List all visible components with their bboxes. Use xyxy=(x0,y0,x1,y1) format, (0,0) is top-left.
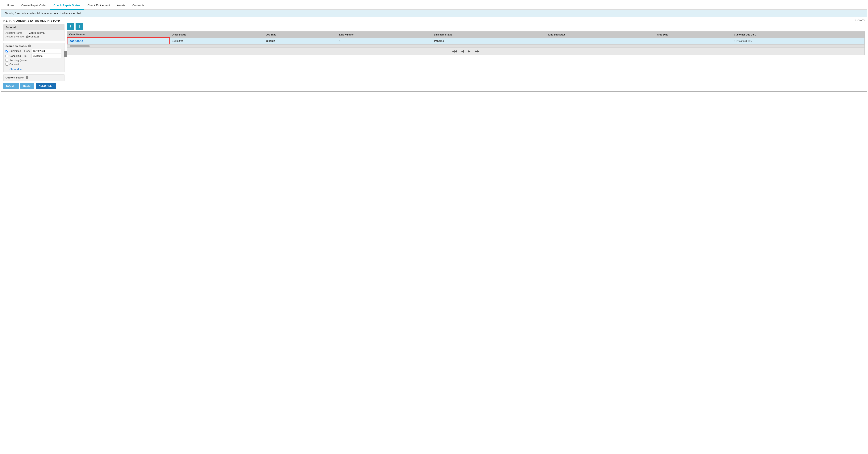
checkbox-pending-quote[interactable] xyxy=(5,59,8,62)
table-row[interactable]: XXXXXXXXSubmittedBillable1Pending11/26/2… xyxy=(67,38,864,44)
nav-bar: HomeCreate Repair OrderCheck Repair Stat… xyxy=(1,1,867,10)
order-number-cell[interactable]: XXXXXXXX xyxy=(67,38,169,44)
account-number-label: Account Number i xyxy=(5,35,29,38)
to-date-input[interactable] xyxy=(32,54,61,58)
toolbar: ⬇ ❘❘❘ xyxy=(67,23,865,30)
checkbox-on-hold-row: On Hold xyxy=(5,63,62,66)
nav-item-check-repair-status[interactable]: Check Repair Status xyxy=(50,1,84,10)
col-ship-date: Ship Date xyxy=(655,32,732,38)
account-box: Account Account Name Zebra Internal Acco… xyxy=(3,24,64,41)
from-label: From xyxy=(24,50,32,53)
results-table: Order Number Order Status Job Type Line … xyxy=(67,32,864,44)
order-status-cell: Submitted xyxy=(169,38,264,44)
line-item-status-cell: Pending xyxy=(432,38,546,44)
checkbox-on-hold-label: On Hold xyxy=(9,63,19,66)
custom-search-box: Custom Search i xyxy=(3,74,64,81)
reset-button[interactable]: RESET xyxy=(20,83,34,89)
line-substatus-cell xyxy=(546,38,655,44)
col-job-type: Job Type xyxy=(264,32,337,38)
record-count: 1 - 3 of 3 xyxy=(855,19,865,22)
checkbox-submitted[interactable] xyxy=(5,50,8,53)
checkbox-cancelled-row: Cancelled To xyxy=(5,54,62,58)
prev-page-button[interactable]: ◀ xyxy=(460,49,465,54)
account-box-header: Account xyxy=(4,25,64,30)
from-date-input[interactable] xyxy=(32,49,61,53)
custom-search-info-icon[interactable]: i xyxy=(26,76,28,79)
line-number-cell: 1 xyxy=(337,38,432,44)
nav-item-create-repair-order[interactable]: Create Repair Order xyxy=(18,1,50,10)
nav-item-check-entitlement[interactable]: Check Entitlement xyxy=(84,1,114,10)
download-icon: ⬇ xyxy=(69,25,72,28)
col-order-number: Order Number xyxy=(67,32,169,38)
col-line-number: Line Number xyxy=(337,32,432,38)
collapse-panel-button[interactable]: ‹ xyxy=(64,51,67,57)
nav-item-home[interactable]: Home xyxy=(3,1,18,10)
job-type-cell: Billable xyxy=(264,38,337,44)
col-order-status: Order Status xyxy=(169,32,264,38)
checkbox-cancelled-label: Cancelled xyxy=(9,55,21,57)
first-page-button[interactable]: ◀◀ xyxy=(451,49,458,54)
col-line-item-status: Line Item Status xyxy=(432,32,546,38)
section-title: REPAIR ORDER STATUS AND HISTORY xyxy=(3,19,64,22)
last-page-button[interactable]: ▶▶ xyxy=(473,49,480,54)
custom-search-title: Custom Search i xyxy=(5,76,62,79)
pagination: ◀◀ ◀ ▶ ▶▶ xyxy=(67,47,864,55)
scroll-thumb xyxy=(70,45,90,47)
nav-item-contracts[interactable]: Contracts xyxy=(129,1,148,10)
checkbox-on-hold[interactable] xyxy=(5,63,8,66)
table-header-row: Order Number Order Status Job Type Line … xyxy=(67,32,864,38)
checkbox-submitted-label: Submitted xyxy=(9,50,21,53)
account-name-value: Zebra Internal xyxy=(29,31,45,34)
scroll-indicator[interactable] xyxy=(67,44,864,47)
account-name-row: Account Name Zebra Internal xyxy=(5,31,62,34)
account-number-row: Account Number i 6088923 xyxy=(5,35,62,38)
show-more-link[interactable]: Show More xyxy=(9,68,23,71)
col-line-substatus: Line SubStatus xyxy=(546,32,655,38)
results-table-container: Order Number Order Status Job Type Line … xyxy=(67,31,865,55)
action-buttons: SUBMIT RESET NEED HELP xyxy=(3,83,64,89)
account-number-value: 6088923 xyxy=(29,35,39,38)
nav-item-assets[interactable]: Assets xyxy=(114,1,129,10)
checkbox-submitted-row: Submitted From xyxy=(5,49,62,53)
ship-date-cell xyxy=(655,38,732,44)
search-by-status-box: Search By Status i Submitted From Cancel… xyxy=(3,43,64,72)
columns-icon: ❘❘❘ xyxy=(75,25,83,28)
submit-button[interactable]: SUBMIT xyxy=(3,83,19,89)
search-by-status-title: Search By Status i xyxy=(5,44,62,47)
checkbox-cancelled[interactable] xyxy=(5,55,8,57)
customer-due-date-cell: 11/26/2023 11:... xyxy=(732,38,864,44)
next-page-button[interactable]: ▶ xyxy=(467,49,471,54)
need-help-button[interactable]: NEED HELP xyxy=(36,83,56,89)
account-number-info-icon[interactable]: i xyxy=(26,35,29,38)
checkbox-pending-quote-row: Pending Quote xyxy=(5,59,62,62)
search-by-status-info-icon[interactable]: i xyxy=(28,44,31,47)
download-button[interactable]: ⬇ xyxy=(67,23,74,30)
account-name-label: Account Name xyxy=(5,31,29,34)
top-controls: 1 - 3 of 3 xyxy=(67,19,865,22)
right-panel: 1 - 3 of 3 ⬇ ❘❘❘ Order Number Order Stat… xyxy=(67,19,865,89)
banner-text: Showing 3 records from last 90 days as n… xyxy=(4,12,81,15)
to-label: To xyxy=(24,55,32,57)
checkbox-pending-quote-label: Pending Quote xyxy=(9,59,27,62)
info-banner: Showing 3 records from last 90 days as n… xyxy=(1,10,867,17)
columns-button[interactable]: ❘❘❘ xyxy=(75,23,83,30)
col-customer-due-date: Customer Due Da... xyxy=(732,32,864,38)
